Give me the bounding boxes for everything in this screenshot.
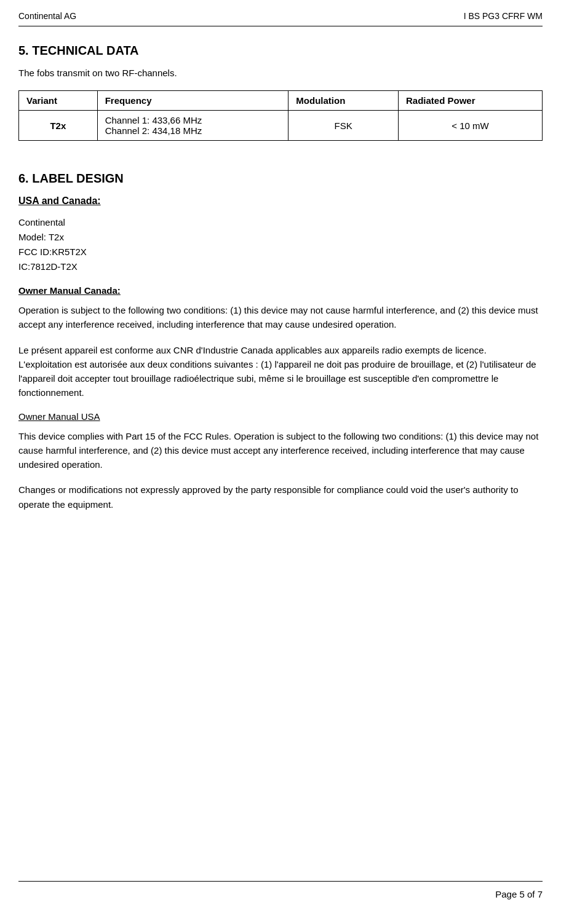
col-modulation: Modulation <box>288 91 399 111</box>
footer-area: Page 5 of 7 <box>0 881 561 924</box>
section5-title: 5. TECHNICAL DATA <box>18 44 543 58</box>
technical-table: Variant Frequency Modulation Radiated Po… <box>18 90 543 141</box>
content: 5. TECHNICAL DATA The fobs transmit on t… <box>0 26 561 511</box>
section6-title: 6. LABEL DESIGN <box>18 172 543 186</box>
cell-modulation: FSK <box>288 111 399 141</box>
col-variant: Variant <box>19 91 98 111</box>
cell-power: < 10 mW <box>398 111 542 141</box>
canada-paragraph1: Operation is subject to the following tw… <box>18 303 543 332</box>
label-line-3: FCC ID:KR5T2X <box>18 245 543 259</box>
header-left: Continental AG <box>18 11 76 21</box>
usa-canada-heading: USA and Canada: <box>18 195 543 207</box>
owner-manual-canada-heading: Owner Manual Canada: <box>18 285 543 296</box>
table-header-row: Variant Frequency Modulation Radiated Po… <box>19 91 543 111</box>
label-line-2: Model: T2x <box>18 230 543 245</box>
section5: 5. TECHNICAL DATA The fobs transmit on t… <box>18 44 543 141</box>
label-block: Continental Model: T2x FCC ID:KR5T2X IC:… <box>18 215 543 274</box>
col-power: Radiated Power <box>398 91 542 111</box>
col-frequency: Frequency <box>97 91 288 111</box>
cell-variant: T2x <box>19 111 98 141</box>
owner-manual-usa-heading: Owner Manual USA <box>18 411 543 422</box>
section5-intro: The fobs transmit on two RF-channels. <box>18 68 543 78</box>
freq-line2: Channel 2: 434,18 MHz <box>105 125 202 136</box>
usa-paragraph1: This device complies with Part 15 of the… <box>18 429 543 472</box>
canada-paragraph2: Le présent appareil est conforme aux CNR… <box>18 343 543 400</box>
page-number: Page 5 of 7 <box>495 889 543 899</box>
cell-frequency: Channel 1: 433,66 MHz Channel 2: 434,18 … <box>97 111 288 141</box>
section6: 6. LABEL DESIGN USA and Canada: Continen… <box>18 172 543 511</box>
page-container: Continental AG I BS PG3 CFRF WM 5. TECHN… <box>0 0 561 924</box>
label-line-1: Continental <box>18 215 543 230</box>
label-line-4: IC:7812D-T2X <box>18 259 543 274</box>
table-row: T2x Channel 1: 433,66 MHz Channel 2: 434… <box>19 111 543 141</box>
usa-paragraph2: Changes or modifications not expressly a… <box>18 483 543 511</box>
freq-line1: Channel 1: 433,66 MHz <box>105 115 202 125</box>
header-right: I BS PG3 CFRF WM <box>464 11 543 21</box>
footer: Page 5 of 7 <box>0 882 561 899</box>
header: Continental AG I BS PG3 CFRF WM <box>0 0 561 21</box>
